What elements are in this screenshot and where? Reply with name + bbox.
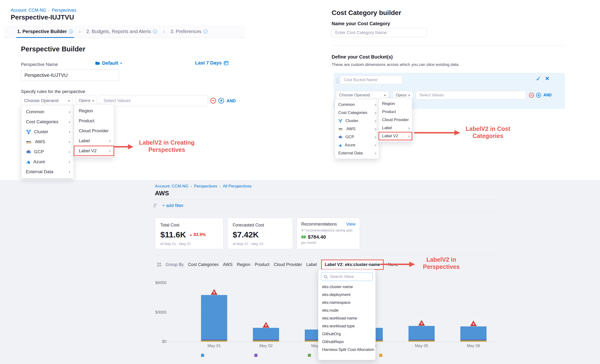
bar-segment: [253, 340, 279, 341]
menu-item-label: Label V2: [79, 148, 97, 153]
gcp-icon: [26, 150, 31, 154]
drag-handle-icon[interactable]: [336, 78, 339, 84]
submenu-item-cloud-provider[interactable]: Cloud Provider: [74, 126, 114, 136]
bar-may-06[interactable]: [460, 327, 487, 342]
plus-circle-icon[interactable]: [218, 97, 225, 104]
search-value-input[interactable]: [321, 272, 373, 281]
dropdown-option-githuborg[interactable]: GithubOrg: [318, 330, 375, 338]
cost-bucket-name-input[interactable]: [340, 76, 403, 84]
submenu-item-label-v2[interactable]: Label V2›: [379, 132, 412, 140]
dropdown-option-eks-deployment[interactable]: eks:deployment: [318, 291, 375, 299]
minus-circle-icon[interactable]: [529, 92, 534, 98]
anomaly-marker-icon[interactable]: 4: [418, 320, 425, 326]
dropdown-option-eks-namespace[interactable]: eks:namespace: [318, 299, 375, 307]
group-by-option-label[interactable]: Label: [306, 262, 317, 267]
plus-circle-icon[interactable]: [536, 92, 542, 98]
submenu-item-product[interactable]: Product: [74, 116, 114, 126]
operand-menu-item-cluster[interactable]: Cluster›: [21, 127, 74, 137]
card-period: of May 01 - May 07: [160, 242, 218, 246]
recommendations-card: Recommendations View 47 recommendation(s…: [297, 218, 360, 249]
breadcrumb-all-perspectives-link[interactable]: All Perspectives: [223, 184, 252, 189]
anomaly-marker-icon[interactable]: 4: [470, 320, 477, 327]
operand-menu-item-cost-categories[interactable]: Cost Categories›: [21, 117, 74, 127]
breadcrumb-perspectives-link[interactable]: Perspectives: [194, 184, 217, 189]
operand-menu-item-gcp[interactable]: GCP›: [335, 133, 379, 141]
view-recommendations-link[interactable]: View: [346, 222, 356, 227]
submenu-item-product[interactable]: Product: [379, 108, 412, 116]
and-button[interactable]: AND: [226, 99, 236, 103]
cluster-icon: [26, 129, 31, 134]
select-values-input[interactable]: [416, 91, 526, 99]
minus-circle-icon[interactable]: [210, 97, 216, 104]
and-button[interactable]: AND: [543, 93, 552, 97]
perspective-view-title: AWS: [155, 190, 169, 197]
annotation-cost-categories: LabelV2 in Cost Categories: [460, 125, 515, 140]
breadcrumb-perspectives-link[interactable]: Perspectives: [52, 8, 76, 13]
perspective-name-input[interactable]: [21, 69, 119, 81]
close-icon[interactable]: ×: [545, 75, 549, 82]
select-values-input[interactable]: [100, 95, 208, 106]
add-filter-button[interactable]: + add filter: [162, 203, 183, 208]
operand-menu-item-aws[interactable]: awsAWS›: [21, 137, 74, 147]
breadcrumb-account-link[interactable]: Account: CCM-NG: [155, 184, 188, 189]
group-by-option-region[interactable]: Region: [237, 262, 250, 267]
tab-preferences[interactable]: 3. Preferences i: [170, 25, 207, 38]
bar-may-02[interactable]: [253, 328, 279, 342]
anomaly-marker-icon[interactable]: 5: [211, 289, 218, 295]
operand-menu-item-gcp[interactable]: GCP›: [21, 147, 74, 157]
chevron-right-icon: ›: [64, 129, 70, 134]
folder-selector[interactable]: Default ▾: [95, 60, 122, 66]
forecasted-cost-value: $7.42K: [233, 230, 259, 239]
anomaly-marker-icon[interactable]: 5: [262, 322, 270, 328]
group-by-option-cost-categories[interactable]: Cost Categories: [188, 262, 219, 267]
operand-menu-item-common[interactable]: Common›: [335, 101, 379, 109]
submenu-item-label[interactable]: Label›: [379, 124, 412, 132]
divider: [155, 199, 497, 200]
annotation-arrow: [414, 129, 461, 137]
operand-menu-item-cost-categories[interactable]: Cost Categories›: [335, 109, 379, 117]
azure-icon: [338, 143, 343, 147]
gcp-icon: [338, 135, 344, 139]
operand-menu-item-external-data[interactable]: External Data›: [21, 167, 74, 177]
bar-may-05[interactable]: [409, 326, 435, 342]
group-by-option-product[interactable]: Product: [255, 262, 270, 267]
dropdown-option-eks-node[interactable]: eks:node: [318, 307, 375, 314]
submenu-item-region[interactable]: Region: [74, 106, 114, 116]
chevron-right-icon: ›: [370, 102, 376, 107]
info-icon: i: [153, 29, 157, 34]
submenu-item-cloud-provider[interactable]: Cloud Provider: [379, 116, 412, 124]
tab-label: 1. Perspective Builder: [17, 29, 67, 34]
breadcrumb-account-link[interactable]: Account: CCM-NG: [11, 8, 46, 13]
group-by-selected-label-v2[interactable]: Label V2: eks:cluster-name: [321, 260, 384, 270]
aws-icon: aws: [338, 127, 345, 131]
dropdown-option-githubrepo[interactable]: GithubRepo: [318, 338, 375, 346]
bar-may-01[interactable]: [201, 295, 227, 342]
dropdown-option-eks-cluster-name[interactable]: eks:cluster-name: [318, 283, 375, 291]
submenu-item-label-v2[interactable]: Label V2›: [74, 146, 114, 156]
dropdown-option-eks-workload-type[interactable]: eks:workload-type: [318, 322, 375, 330]
time-range-selector[interactable]: Last 7 Days: [195, 60, 229, 66]
group-by-option-cloud-provider[interactable]: Cloud Provider: [274, 262, 302, 267]
operand-menu-item-aws[interactable]: awsAWS›: [335, 125, 379, 133]
choose-operand-select[interactable]: Choose Operand ▾: [21, 95, 73, 106]
dropdown-option-eks-workload-name[interactable]: eks:workload-name: [318, 314, 375, 322]
submenu-item-region[interactable]: Region: [379, 100, 412, 108]
check-icon[interactable]: ✓: [536, 75, 541, 83]
tab-budgets-reports-alerts[interactable]: 2. Budgets, Reports and Alerts i: [86, 25, 157, 38]
operand-menu-item-common[interactable]: Common›: [21, 107, 74, 117]
aws-icon: aws: [26, 140, 32, 144]
operand-menu-item-azure[interactable]: Azure›: [335, 141, 379, 149]
operand-menu-item-azure[interactable]: Azure›: [21, 157, 74, 167]
chevron-right-icon: ›: [104, 138, 111, 143]
money-icon: [301, 234, 306, 239]
operand-menu-item-external-data[interactable]: External Data›: [335, 149, 379, 157]
dropdown-option-harness-split-cost-allocation[interactable]: Harness-Split Cost Allocation: [318, 346, 375, 354]
tab-perspective-builder[interactable]: 1. Perspective Builder i: [17, 25, 73, 38]
filter-icon[interactable]: [153, 203, 159, 208]
menu-item-label: Cost Categories: [26, 119, 58, 124]
operand-menu-item-cluster[interactable]: Cluster›: [335, 117, 379, 125]
cost-category-name-input[interactable]: [332, 28, 427, 37]
bar-segment: [201, 340, 227, 341]
submenu-item-label[interactable]: Label›: [74, 136, 114, 146]
group-by-option-aws[interactable]: AWS: [223, 262, 233, 267]
